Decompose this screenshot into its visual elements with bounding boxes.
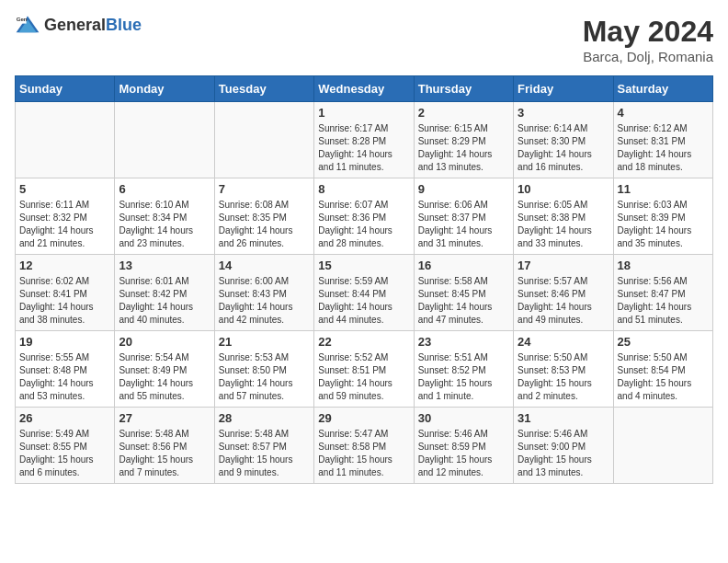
day-info: Sunrise: 6:12 AMSunset: 8:31 PMDaylight:… — [618, 122, 709, 174]
day-number: 8 — [318, 182, 409, 196]
day-info: Sunrise: 5:54 AMSunset: 8:49 PMDaylight:… — [119, 351, 210, 403]
svg-text:Gen: Gen — [17, 16, 28, 22]
weekday-header-saturday: Saturday — [613, 76, 712, 102]
weekday-header-thursday: Thursday — [414, 76, 513, 102]
weekday-header-sunday: Sunday — [16, 76, 115, 102]
day-info: Sunrise: 6:14 AMSunset: 8:30 PMDaylight:… — [518, 122, 609, 174]
day-number: 4 — [618, 106, 709, 120]
calendar-cell — [115, 102, 214, 178]
day-number: 27 — [119, 411, 210, 425]
day-number: 20 — [119, 335, 210, 349]
calendar-cell: 29Sunrise: 5:47 AMSunset: 8:58 PMDayligh… — [314, 408, 414, 484]
day-info: Sunrise: 6:11 AMSunset: 8:32 PMDaylight:… — [19, 199, 110, 250]
day-number: 26 — [19, 411, 110, 425]
logo-general-text: General — [44, 16, 106, 34]
day-number: 19 — [19, 335, 110, 349]
day-number: 21 — [219, 335, 310, 349]
calendar-cell: 16Sunrise: 5:58 AMSunset: 8:45 PMDayligh… — [414, 255, 513, 331]
calendar-week-1: 1Sunrise: 6:17 AMSunset: 8:28 PMDaylight… — [16, 102, 713, 178]
calendar-location: Barca, Dolj, Romania — [583, 49, 713, 64]
day-number: 15 — [318, 259, 409, 272]
calendar-cell: 11Sunrise: 6:03 AMSunset: 8:39 PMDayligh… — [613, 178, 712, 255]
day-number: 31 — [518, 411, 609, 425]
calendar-cell: 22Sunrise: 5:52 AMSunset: 8:51 PMDayligh… — [314, 331, 414, 408]
weekday-header-tuesday: Tuesday — [214, 76, 313, 102]
day-info: Sunrise: 5:50 AMSunset: 8:53 PMDaylight:… — [518, 351, 609, 403]
day-number: 3 — [518, 106, 609, 120]
logo-icon: Gen — [15, 15, 40, 35]
day-info: Sunrise: 5:48 AMSunset: 8:56 PMDaylight:… — [119, 428, 210, 479]
calendar-week-5: 26Sunrise: 5:49 AMSunset: 8:55 PMDayligh… — [16, 408, 713, 484]
calendar-table: SundayMondayTuesdayWednesdayThursdayFrid… — [15, 75, 713, 484]
calendar-cell: 20Sunrise: 5:54 AMSunset: 8:49 PMDayligh… — [115, 331, 214, 408]
day-info: Sunrise: 6:17 AMSunset: 8:28 PMDaylight:… — [318, 122, 409, 174]
day-info: Sunrise: 5:52 AMSunset: 8:51 PMDaylight:… — [318, 351, 409, 403]
day-info: Sunrise: 5:46 AMSunset: 8:59 PMDaylight:… — [418, 428, 509, 479]
logo: Gen GeneralBlue — [15, 15, 142, 35]
day-info: Sunrise: 5:58 AMSunset: 8:45 PMDaylight:… — [418, 275, 509, 327]
day-info: Sunrise: 5:59 AMSunset: 8:44 PMDaylight:… — [318, 275, 409, 327]
day-info: Sunrise: 5:46 AMSunset: 9:00 PMDaylight:… — [518, 428, 609, 479]
calendar-week-2: 5Sunrise: 6:11 AMSunset: 8:32 PMDaylight… — [16, 178, 713, 255]
day-number: 22 — [318, 335, 409, 349]
title-block: May 2024 Barca, Dolj, Romania — [583, 15, 713, 64]
calendar-cell: 9Sunrise: 6:06 AMSunset: 8:37 PMDaylight… — [414, 178, 513, 255]
day-number: 6 — [119, 182, 210, 196]
calendar-cell: 1Sunrise: 6:17 AMSunset: 8:28 PMDaylight… — [314, 102, 414, 178]
day-info: Sunrise: 6:05 AMSunset: 8:38 PMDaylight:… — [518, 199, 609, 250]
day-info: Sunrise: 6:15 AMSunset: 8:29 PMDaylight:… — [418, 122, 509, 174]
calendar-cell: 8Sunrise: 6:07 AMSunset: 8:36 PMDaylight… — [314, 178, 414, 255]
day-number: 2 — [418, 106, 509, 120]
calendar-week-4: 19Sunrise: 5:55 AMSunset: 8:48 PMDayligh… — [16, 331, 713, 408]
day-number: 18 — [618, 259, 709, 272]
calendar-cell: 12Sunrise: 6:02 AMSunset: 8:41 PMDayligh… — [16, 255, 115, 331]
calendar-cell: 27Sunrise: 5:48 AMSunset: 8:56 PMDayligh… — [115, 408, 214, 484]
day-number: 24 — [518, 335, 609, 349]
day-info: Sunrise: 5:55 AMSunset: 8:48 PMDaylight:… — [19, 351, 110, 403]
calendar-cell — [214, 102, 313, 178]
page-header: Gen GeneralBlue May 2024 Barca, Dolj, Ro… — [15, 15, 713, 64]
calendar-cell: 13Sunrise: 6:01 AMSunset: 8:42 PMDayligh… — [115, 255, 214, 331]
calendar-week-3: 12Sunrise: 6:02 AMSunset: 8:41 PMDayligh… — [16, 255, 713, 331]
calendar-cell: 2Sunrise: 6:15 AMSunset: 8:29 PMDaylight… — [414, 102, 513, 178]
calendar-cell — [16, 102, 115, 178]
day-info: Sunrise: 6:01 AMSunset: 8:42 PMDaylight:… — [119, 275, 210, 327]
day-number: 25 — [618, 335, 709, 349]
calendar-cell: 17Sunrise: 5:57 AMSunset: 8:46 PMDayligh… — [514, 255, 613, 331]
day-info: Sunrise: 5:53 AMSunset: 8:50 PMDaylight:… — [219, 351, 310, 403]
calendar-cell: 18Sunrise: 5:56 AMSunset: 8:47 PMDayligh… — [613, 255, 712, 331]
calendar-cell: 25Sunrise: 5:50 AMSunset: 8:54 PMDayligh… — [613, 331, 712, 408]
calendar-cell: 24Sunrise: 5:50 AMSunset: 8:53 PMDayligh… — [514, 331, 613, 408]
calendar-cell: 23Sunrise: 5:51 AMSunset: 8:52 PMDayligh… — [414, 331, 513, 408]
calendar-cell: 26Sunrise: 5:49 AMSunset: 8:55 PMDayligh… — [16, 408, 115, 484]
calendar-body: 1Sunrise: 6:17 AMSunset: 8:28 PMDaylight… — [16, 102, 713, 484]
day-number: 13 — [119, 259, 210, 272]
day-number: 1 — [318, 106, 409, 120]
day-number: 5 — [19, 182, 110, 196]
day-info: Sunrise: 6:07 AMSunset: 8:36 PMDaylight:… — [318, 199, 409, 250]
day-info: Sunrise: 6:08 AMSunset: 8:35 PMDaylight:… — [219, 199, 310, 250]
day-info: Sunrise: 6:10 AMSunset: 8:34 PMDaylight:… — [119, 199, 210, 250]
day-number: 28 — [219, 411, 310, 425]
day-number: 16 — [418, 259, 509, 272]
day-number: 12 — [19, 259, 110, 272]
calendar-cell: 31Sunrise: 5:46 AMSunset: 9:00 PMDayligh… — [514, 408, 613, 484]
day-info: Sunrise: 5:56 AMSunset: 8:47 PMDaylight:… — [618, 275, 709, 327]
day-info: Sunrise: 6:00 AMSunset: 8:43 PMDaylight:… — [219, 275, 310, 327]
day-info: Sunrise: 5:49 AMSunset: 8:55 PMDaylight:… — [19, 428, 110, 479]
day-number: 14 — [219, 259, 310, 272]
calendar-cell: 14Sunrise: 6:00 AMSunset: 8:43 PMDayligh… — [214, 255, 313, 331]
calendar-cell: 21Sunrise: 5:53 AMSunset: 8:50 PMDayligh… — [214, 331, 313, 408]
day-info: Sunrise: 5:51 AMSunset: 8:52 PMDaylight:… — [418, 351, 509, 403]
calendar-cell: 3Sunrise: 6:14 AMSunset: 8:30 PMDaylight… — [514, 102, 613, 178]
calendar-cell: 7Sunrise: 6:08 AMSunset: 8:35 PMDaylight… — [214, 178, 313, 255]
calendar-header: SundayMondayTuesdayWednesdayThursdayFrid… — [16, 76, 713, 102]
calendar-cell: 15Sunrise: 5:59 AMSunset: 8:44 PMDayligh… — [314, 255, 414, 331]
day-number: 29 — [318, 411, 409, 425]
calendar-cell: 30Sunrise: 5:46 AMSunset: 8:59 PMDayligh… — [414, 408, 513, 484]
day-number: 30 — [418, 411, 509, 425]
calendar-cell — [613, 408, 712, 484]
calendar-cell: 6Sunrise: 6:10 AMSunset: 8:34 PMDaylight… — [115, 178, 214, 255]
weekday-header-wednesday: Wednesday — [314, 76, 414, 102]
day-info: Sunrise: 6:06 AMSunset: 8:37 PMDaylight:… — [418, 199, 509, 250]
